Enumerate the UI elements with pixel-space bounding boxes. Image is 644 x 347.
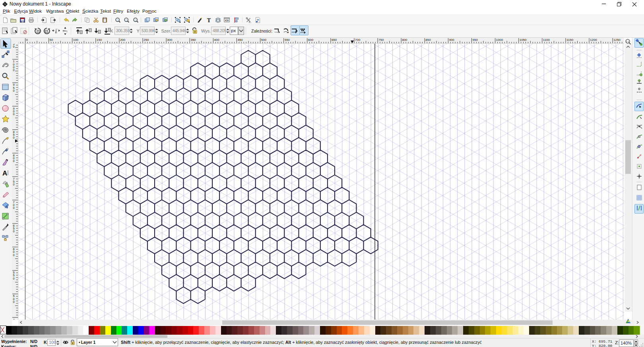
svg-text:950: 950 — [13, 83, 15, 92]
svg-text:T: T — [207, 17, 211, 23]
svg-text:650: 650 — [13, 224, 15, 233]
svg-text:1100: 1100 — [543, 38, 550, 42]
svg-text:150: 150 — [97, 38, 102, 42]
svg-text:450: 450 — [13, 318, 15, 320]
svg-text:400: 400 — [214, 38, 219, 42]
svg-text:500: 500 — [261, 38, 267, 42]
svg-text:50: 50 — [50, 38, 53, 42]
svg-text:650: 650 — [332, 38, 337, 42]
svg-text:850: 850 — [425, 38, 431, 42]
svg-text:100: 100 — [73, 38, 79, 42]
svg-text:500: 500 — [13, 294, 15, 303]
svg-text:350: 350 — [190, 38, 196, 42]
svg-text:450: 450 — [237, 38, 243, 42]
svg-text:550: 550 — [13, 271, 15, 280]
svg-text:1250: 1250 — [613, 38, 621, 42]
svg-text:A: A — [2, 170, 7, 177]
svg-text:900: 900 — [449, 38, 454, 42]
svg-text:1050: 1050 — [520, 38, 527, 42]
svg-text:1000: 1000 — [496, 38, 503, 42]
svg-text:800: 800 — [13, 154, 15, 163]
svg-text:1:1: 1:1 — [626, 40, 630, 43]
svg-text:700: 700 — [13, 200, 15, 210]
svg-text:300: 300 — [167, 38, 173, 42]
svg-text:1000: 1000 — [13, 60, 15, 72]
svg-text:900: 900 — [13, 107, 15, 116]
svg-text:250: 250 — [144, 38, 149, 42]
svg-text:200: 200 — [120, 38, 126, 42]
svg-text:850: 850 — [13, 130, 15, 139]
svg-text:750: 750 — [378, 38, 384, 42]
svg-text:550: 550 — [285, 38, 290, 42]
svg-text:950: 950 — [473, 38, 478, 42]
svg-text:750: 750 — [13, 177, 15, 186]
svg-text:700: 700 — [355, 38, 361, 42]
svg-text:600: 600 — [13, 247, 15, 256]
svg-text:1050: 1050 — [13, 44, 15, 48]
svg-text:800: 800 — [402, 38, 407, 42]
svg-text:0: 0 — [26, 38, 28, 42]
svg-text:1150: 1150 — [566, 38, 574, 42]
svg-text:1200: 1200 — [590, 38, 597, 42]
svg-text:<>: <> — [225, 19, 229, 22]
svg-text:600: 600 — [308, 38, 314, 42]
